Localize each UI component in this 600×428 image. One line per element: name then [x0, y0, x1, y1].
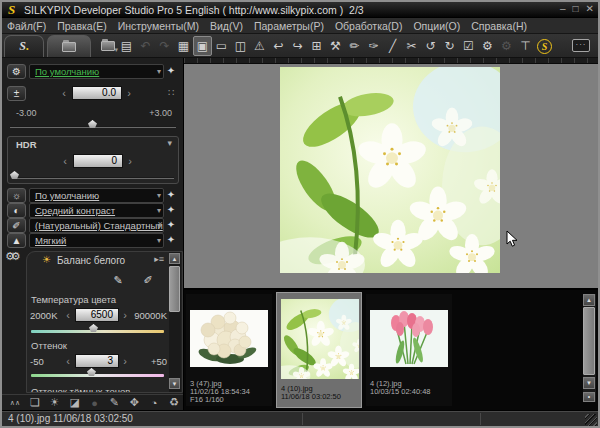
temperature-slider-track[interactable]	[31, 330, 164, 333]
wb-scrollbar[interactable]: ▲ ▼	[169, 252, 181, 393]
prev-marked-icon[interactable]: ↩	[269, 36, 288, 56]
tab-silkypix[interactable]: S.	[4, 35, 44, 57]
preview-image[interactable]	[280, 67, 500, 273]
scroll-down-icon[interactable]: ▼	[583, 377, 595, 389]
fine-tune-icon[interactable]: ∷	[164, 86, 178, 99]
menu-view[interactable]: Вид(V)	[210, 20, 243, 32]
minimize-button[interactable]: –	[560, 3, 566, 14]
tint-decrement[interactable]: ‹	[64, 355, 72, 368]
hdr-slider-track[interactable]	[14, 177, 174, 179]
hdr-decrement[interactable]: ‹	[61, 155, 69, 168]
temperature-increment[interactable]: ›	[121, 309, 129, 322]
strip-option-button[interactable]: •	[583, 392, 595, 402]
scroll-up-icon[interactable]: ▲	[583, 294, 595, 306]
hdr-section: HDR ▾ ‹ 0 ›	[7, 136, 179, 184]
transform-icon[interactable]: ✥	[124, 396, 144, 409]
preview-view-icon[interactable]: ▣	[193, 36, 212, 56]
white-balance-add-icon[interactable]: ✦	[165, 189, 177, 200]
sphere-tool-icon[interactable]: ●	[85, 397, 105, 409]
tint-slider-track[interactable]	[31, 374, 164, 377]
thumbnail-cell-selected[interactable]: 4 (10).jpg 11/06/18 03:02:50	[276, 292, 362, 408]
title-bar[interactable]: S SILKYPIX Developer Studio Pro 5 Englis…	[2, 2, 598, 18]
warning-display-icon[interactable]: ⚠	[250, 36, 269, 56]
white-balance-tool-icon[interactable]: ☀	[45, 396, 65, 409]
gray-pipette-icon[interactable]: ✎	[109, 274, 127, 288]
tint-increment[interactable]: ›	[121, 355, 129, 368]
white-balance-dropdown[interactable]: По умолчанию▾	[29, 188, 164, 203]
menu-file[interactable]: Файл(F)	[7, 20, 46, 32]
contrast-add-icon[interactable]: ✦	[165, 204, 177, 215]
close-button[interactable]: ✕	[586, 3, 594, 14]
temperature-decrement[interactable]: ‹	[64, 309, 72, 322]
white-balance-panel-title: Баланс белого	[57, 255, 125, 266]
hdr-collapse-icon[interactable]: ▾	[167, 138, 172, 148]
brush-tool-icon[interactable]: ╱	[383, 36, 402, 56]
wb-tool-icon[interactable]: ⚒	[326, 36, 345, 56]
menu-parameters[interactable]: Параметры(P)	[254, 20, 324, 32]
panel-menu-icon[interactable]: ▸≡	[154, 254, 164, 264]
hdr-value[interactable]: 0	[73, 154, 123, 168]
temperature-value[interactable]: 6500	[75, 308, 119, 322]
rotate-left-icon[interactable]: ↺	[421, 36, 440, 56]
tone-curve-icon[interactable]: ◪	[65, 396, 85, 409]
contrast-dropdown[interactable]: Средний контраст▾	[29, 203, 164, 218]
thumbnail-cell[interactable]: 3 (47).jpg 11/02/16 18:54:34 F16 1/160	[186, 294, 272, 406]
rotate-crop-icon[interactable]: ◔	[144, 397, 164, 409]
undo-icon[interactable]: ↶	[136, 36, 155, 56]
exposure-increment[interactable]: ›	[125, 87, 133, 100]
mark-select-icon[interactable]: ☑	[459, 36, 478, 56]
develop-tool-icon[interactable]: ⊤	[516, 36, 535, 56]
refresh-icon[interactable]: ♻	[164, 396, 184, 409]
taste-dropdown[interactable]: По умолчанию▾	[29, 64, 164, 79]
open-file-button[interactable]: ▾	[98, 36, 117, 56]
crop-tool-icon[interactable]: ✂	[402, 36, 421, 56]
thumbnail-view-icon[interactable]: ▦	[174, 36, 193, 56]
dual-pane-icon[interactable]: ◫	[231, 36, 250, 56]
silkypix-mark-icon[interactable]: S	[537, 39, 552, 54]
scroll-up-icon[interactable]: ▲	[169, 253, 180, 264]
silkypix-window: S SILKYPIX Developer Studio Pro 5 Englis…	[0, 0, 600, 428]
apply-params-icon[interactable]: ⚙	[497, 36, 516, 56]
hdr-increment[interactable]: ›	[126, 155, 134, 168]
menu-options[interactable]: Опции(O)	[413, 20, 460, 32]
rotate-right-icon[interactable]: ↻	[440, 36, 459, 56]
histogram-icon[interactable]: ∧∧	[5, 399, 25, 407]
redo-icon[interactable]: ↷	[155, 36, 174, 56]
single-pane-icon[interactable]: ▭	[212, 36, 231, 56]
parameters-gears-icon[interactable]: ⚙⚙	[5, 250, 17, 263]
menu-help[interactable]: Справка(H)	[471, 20, 527, 32]
strip-scrollbar[interactable]: ▲ ▼ •	[583, 294, 596, 402]
resize-grip[interactable]	[585, 414, 597, 426]
exposure-decrement[interactable]: ‹	[60, 87, 68, 100]
tone-tool-icon[interactable]: ✏	[345, 36, 364, 56]
exposure-value[interactable]: 0.0	[72, 86, 122, 100]
information-icon[interactable]: ❏	[25, 396, 45, 409]
strip-scroll-thumb[interactable]	[583, 307, 595, 375]
status-bar: 4 (10).jpg 11/06/18 03:02:50	[2, 410, 598, 426]
menu-tools[interactable]: Инструменты(M)	[118, 20, 199, 32]
tint-value[interactable]: 3	[75, 354, 119, 368]
next-marked-icon[interactable]: ↪	[288, 36, 307, 56]
wb-scroll-thumb[interactable]	[169, 266, 180, 312]
tab-browser[interactable]	[47, 35, 91, 57]
menu-edit[interactable]: Правка(E)	[57, 20, 106, 32]
multi-view-icon[interactable]: ⊞	[307, 36, 326, 56]
hdr-title: HDR	[16, 139, 37, 150]
maximize-button[interactable]: □	[573, 3, 579, 14]
save-params-icon[interactable]: ⚙	[478, 36, 497, 56]
thumbnail-cell[interactable]: 4 (12).jpg 10/03/15 02:40:48	[366, 294, 452, 406]
scroll-down-icon[interactable]: ▼	[169, 378, 180, 389]
retouch-icon[interactable]: ✎	[104, 396, 124, 409]
retouch-tool-icon[interactable]: ✑	[364, 36, 383, 56]
contrast-row-icon: ◐	[7, 203, 26, 218]
menu-development[interactable]: Обработка(D)	[335, 20, 403, 32]
display-settings-icon[interactable]: ···	[572, 39, 590, 52]
sharpness-dropdown[interactable]: Мягкий▾	[29, 233, 164, 248]
color-add-icon[interactable]: ✦	[165, 219, 177, 230]
preview-area[interactable]	[184, 58, 598, 288]
skin-pipette-icon[interactable]: ✐	[139, 274, 157, 288]
print-icon[interactable]: ▤	[117, 36, 136, 56]
color-dropdown[interactable]: (Натуральный) Стандартный▾	[29, 218, 164, 233]
sharpness-add-icon[interactable]: ✦	[165, 234, 177, 245]
taste-add-icon[interactable]: ✦	[165, 65, 177, 76]
